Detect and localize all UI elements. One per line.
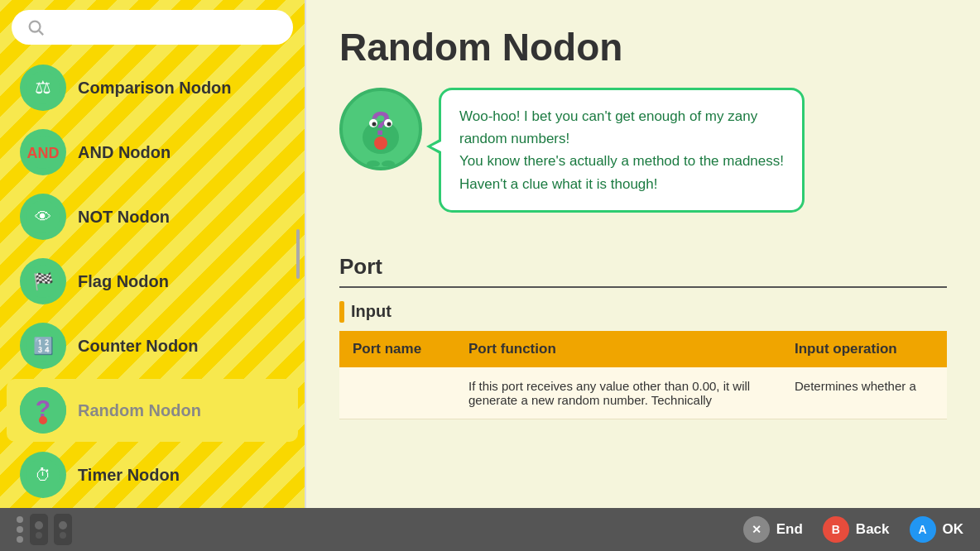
speech-line3: You know there's actually a method to th… [459,153,784,169]
search-icon [26,18,45,36]
back-label: Back [856,521,890,538]
search-container[interactable] [0,0,305,55]
svg-text:⚖: ⚖ [35,77,51,98]
sidebar-list: ⚖ Comparison Nodon AND AND Nodon [0,55,305,508]
random-nodon-label: Random Nodon [78,401,201,420]
right-joy-con [54,514,72,545]
port-section-title: Port [339,254,947,288]
a-button[interactable]: A [910,516,936,543]
port-table: Port name Port function Input operation … [339,331,947,419]
svg-text:🔢: 🔢 [33,336,54,356]
speech-line4: Haven't a clue what it is though! [459,176,658,192]
flag-nodon-label: Flag Nodon [78,272,169,291]
control-ok[interactable]: A OK [910,516,964,543]
svg-text:AND: AND [27,145,60,161]
bottom-bar: ✕ End B Back A OK [0,508,980,551]
bottom-left [17,514,72,545]
not-nodon-icon: 👁 [20,194,66,240]
sidebar-item-comparison[interactable]: ⚖ Comparison Nodon [7,56,298,119]
cell-port-function: If this port receives any value other th… [455,367,781,419]
b-button[interactable]: B [823,516,849,543]
cell-input-operation: Determines whether a [781,367,947,419]
bottom-controls: ✕ End B Back A OK [743,516,963,543]
svg-point-24 [387,122,392,127]
flag-nodon-icon: 🏁 [20,258,66,304]
table-row: If this port receives any value other th… [339,367,947,419]
svg-point-14 [39,416,47,424]
comparison-nodon-icon: ⚖ [20,65,66,111]
svg-point-23 [372,122,377,127]
page-title: Random Nodon [339,25,947,69]
b-button-label: B [832,523,840,536]
comparison-nodon-label: Comparison Nodon [78,79,232,98]
sidebar-item-flag[interactable]: 🏁 Flag Nodon [7,250,298,313]
character-avatar: ? [339,88,422,170]
x-button[interactable]: ✕ [743,516,770,543]
and-nodon-label: AND Nodon [78,143,171,162]
sidebar-item-timer[interactable]: ⏱ Timer Nodon [7,443,298,506]
input-label-row: Input [339,301,947,323]
counter-nodon-label: Counter Nodon [78,337,199,356]
svg-text:🏁: 🏁 [33,271,54,291]
port-section: Port Input Port name Port function Input… [339,254,947,419]
timer-nodon-icon: ⏱ [20,452,66,498]
joy-con-icon [17,514,72,545]
control-end[interactable]: ✕ End [743,516,803,543]
col-header-port-name: Port name [339,331,455,367]
character-speech: ? Woo-hoo! I bet you can't get enough of… [339,88,947,213]
control-back[interactable]: B Back [823,516,890,543]
svg-text:👁: 👁 [35,208,51,226]
scroll-indicator [296,229,300,279]
svg-point-20 [374,137,387,150]
x-button-label: ✕ [752,523,761,536]
timer-nodon-label: Timer Nodon [78,466,180,485]
counter-nodon-icon: 🔢 [20,323,66,369]
ok-label: OK [943,521,964,538]
not-nodon-label: NOT Nodon [78,208,170,227]
speech-line2: random numbers! [459,131,569,146]
sidebar-item-counter[interactable]: 🔢 Counter Nodon [7,314,298,377]
end-label: End [776,521,803,538]
cell-port-name [339,367,455,419]
table-header-row: Port name Port function Input operation [339,331,947,367]
col-header-port-function: Port function [455,331,781,367]
svg-line-1 [39,31,43,35]
main-container: ⚖ Comparison Nodon AND AND Nodon [0,0,980,508]
svg-text:⏱: ⏱ [35,466,51,484]
a-button-label: A [918,523,926,536]
sidebar-item-and[interactable]: AND AND Nodon [7,121,298,184]
speech-bubble: Woo-hoo! I bet you can't get enough of m… [439,88,805,213]
content-area: Random Nodon ? [306,0,980,508]
random-nodon-icon: ? [20,387,66,434]
left-joy-con [30,514,48,545]
input-label-bar [339,301,344,323]
input-label-text: Input [351,302,392,321]
speech-line1: Woo-hoo! I bet you can't get enough of m… [459,108,757,124]
search-box[interactable] [12,10,293,45]
search-input[interactable] [53,20,278,35]
and-nodon-icon: AND [20,129,66,175]
sidebar-item-not[interactable]: 👁 NOT Nodon [7,185,298,248]
col-header-input-operation: Input operation [781,331,947,367]
sidebar-item-random[interactable]: ? Random Nodon [7,379,298,442]
sidebar: ⚖ Comparison Nodon AND AND Nodon [0,0,306,508]
svg-point-0 [30,22,41,32]
